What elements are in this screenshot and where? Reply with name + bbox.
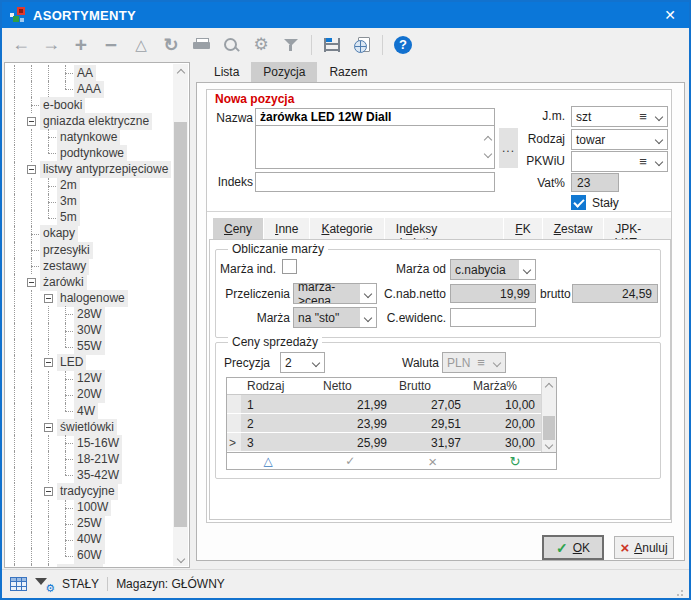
search-button[interactable] — [216, 32, 246, 58]
tree-item[interactable]: 100W — [6, 500, 173, 516]
tab-ceny[interactable]: Ceny — [213, 218, 263, 239]
print-button[interactable] — [186, 32, 216, 58]
collapse-icon[interactable] — [40, 355, 57, 371]
precyzja-dropdown-icon[interactable] — [308, 353, 324, 372]
price-row[interactable]: 223,9929,5120,00 — [227, 414, 556, 433]
tree-item[interactable]: 3m — [6, 194, 173, 210]
add-row-button[interactable] — [227, 453, 309, 469]
tree-item[interactable]: 15-16W — [6, 435, 173, 451]
tab-jpk-vat[interactable]: JPK-VAT — [604, 218, 671, 239]
grid-scrollbar[interactable] — [541, 378, 556, 452]
help-button[interactable] — [388, 32, 418, 58]
nazwa-extra-textarea[interactable] — [255, 126, 495, 169]
tree-item[interactable]: 60W — [6, 548, 173, 564]
collapse-icon[interactable] — [23, 274, 40, 290]
scrollbar-thumb[interactable] — [174, 122, 187, 527]
indeks-input[interactable] — [255, 172, 495, 192]
tree-item[interactable]: AA — [6, 65, 173, 81]
price-row[interactable]: 121,9927,0510,00 — [227, 395, 556, 414]
delete-row-button[interactable] — [392, 453, 474, 469]
collapse-icon[interactable] — [40, 419, 57, 435]
collapse-icon[interactable] — [23, 162, 40, 178]
marza-od-dropdown-icon[interactable] — [519, 260, 535, 279]
jm-list-icon[interactable] — [635, 107, 651, 126]
tree-item[interactable]: 4W — [6, 403, 173, 419]
tab-pozycja[interactable]: Pozycja — [251, 62, 317, 82]
tree-item[interactable]: 5m — [6, 210, 173, 226]
grid-scroll-up-icon[interactable] — [542, 378, 556, 393]
tree-item[interactable]: 55W — [6, 339, 173, 355]
tree-item[interactable]: zestawy — [6, 258, 173, 274]
tree-item[interactable]: 30W — [6, 323, 173, 339]
filter-settings-icon[interactable] — [35, 576, 54, 592]
tab-kategorie[interactable]: Kategorie — [310, 218, 383, 239]
tree-item[interactable] — [6, 564, 173, 567]
tree-item[interactable]: halogenowe — [6, 290, 173, 306]
tree-item[interactable]: listwy antyprzepięciowe — [6, 162, 173, 178]
precyzja-combo[interactable]: 2 — [280, 352, 325, 373]
waluta-combo[interactable]: PLN — [442, 352, 506, 373]
filter-button[interactable] — [276, 32, 306, 58]
pkwiu-combo[interactable] — [571, 151, 668, 172]
tab-inne[interactable]: Inne — [264, 218, 309, 239]
marza-combo[interactable]: na "sto" — [293, 307, 377, 328]
tree-item[interactable]: 12W — [6, 371, 173, 387]
table-icon[interactable] — [10, 577, 27, 591]
collapse-icon[interactable] — [23, 113, 40, 129]
tree-item[interactable]: tradycyjne — [6, 483, 173, 499]
tree-item[interactable]: przesyłki — [6, 242, 173, 258]
tree-item[interactable]: natynkowe — [6, 129, 173, 145]
grid-scroll-down-icon[interactable] — [542, 437, 556, 452]
cancel-button[interactable]: × Anuluj — [614, 536, 674, 559]
tree-item[interactable]: 28W — [6, 306, 173, 322]
tree-item[interactable]: e-booki — [6, 97, 173, 113]
tree-item[interactable]: LED — [6, 355, 173, 371]
nazwa-input[interactable] — [255, 108, 495, 126]
web-button[interactable] — [347, 32, 377, 58]
collapse-icon[interactable] — [40, 290, 57, 306]
przeliczenia-dropdown-icon[interactable] — [360, 284, 376, 303]
tab-indeksy-dodatkowe[interactable]: Indeksy dodatkowe — [385, 218, 503, 239]
tree-item[interactable]: 35-42W — [6, 467, 173, 483]
triangle-button[interactable] — [126, 32, 156, 58]
warehouse-button[interactable] — [317, 32, 347, 58]
tree-item[interactable]: 2m — [6, 178, 173, 194]
remove-button[interactable] — [96, 32, 126, 58]
accept-row-button[interactable] — [309, 453, 391, 469]
marza-od-combo[interactable]: c.nabycia — [450, 259, 536, 280]
tree-item[interactable]: żarówki — [6, 274, 173, 290]
przeliczenia-combo[interactable]: marża->cena — [293, 283, 377, 304]
tree-item[interactable]: AAA — [6, 81, 173, 97]
pkwiu-list-icon[interactable] — [635, 152, 651, 171]
tree-item[interactable]: świetlówki — [6, 419, 173, 435]
price-row[interactable]: >325,9931,9730,00 — [227, 433, 556, 452]
pkwiu-dropdown-icon[interactable] — [651, 152, 667, 171]
forward-button[interactable] — [36, 32, 66, 58]
tab-zestaw[interactable]: Zestaw — [543, 218, 604, 239]
tree-item[interactable]: 40W — [6, 532, 173, 548]
marza-dropdown-icon[interactable] — [360, 308, 376, 327]
tab-razem[interactable]: Razem — [317, 62, 379, 82]
tab-lista[interactable]: Lista — [202, 62, 251, 82]
collapse-icon[interactable] — [40, 483, 57, 499]
jm-dropdown-icon[interactable] — [651, 107, 667, 126]
scroll-up-icon[interactable] — [173, 64, 188, 79]
restore-row-button[interactable] — [474, 453, 556, 469]
add-button[interactable] — [66, 32, 96, 58]
staly-checkbox[interactable] — [571, 195, 586, 210]
tree-scrollbar[interactable] — [173, 64, 188, 566]
tree-item[interactable]: 18-21W — [6, 451, 173, 467]
tree-item[interactable]: 20W — [6, 387, 173, 403]
rodzaj-dropdown-icon[interactable] — [651, 130, 667, 149]
scroll-down-icon[interactable] — [173, 551, 188, 566]
resize-grip[interactable] — [681, 590, 683, 592]
tree-item[interactable]: okapy — [6, 226, 173, 242]
rodzaj-combo[interactable]: towar — [571, 129, 668, 150]
jm-combo[interactable]: szt — [571, 106, 668, 127]
settings-button[interactable] — [246, 32, 276, 58]
back-button[interactable] — [6, 32, 36, 58]
close-icon[interactable]: ✕ — [659, 7, 681, 23]
cewidenc-field[interactable] — [450, 308, 536, 327]
tree-item[interactable]: podtynkowe — [6, 145, 173, 161]
ok-button[interactable]: ✓ OK — [542, 535, 604, 560]
